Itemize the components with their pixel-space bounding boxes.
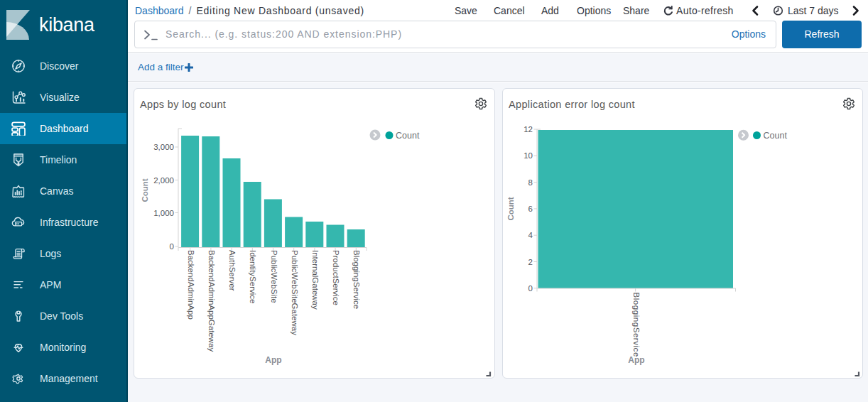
svg-text:Count: Count — [506, 197, 515, 220]
svg-text:3,000: 3,000 — [153, 143, 174, 151]
svg-text:12: 12 — [523, 125, 533, 134]
svg-text:2,000: 2,000 — [153, 176, 174, 185]
svg-text:BloggingService: BloggingService — [352, 250, 361, 309]
svg-text:ProductService: ProductService — [332, 250, 340, 305]
svg-text:Count: Count — [396, 131, 420, 141]
svg-text:0: 0 — [170, 242, 174, 251]
svg-text:BackendAdminAppGateway: BackendAdminAppGateway — [207, 250, 216, 352]
svg-text:BackendAdminApp: BackendAdminApp — [187, 250, 195, 320]
svg-text:App: App — [265, 355, 281, 365]
svg-text:PublicWebSiteGateway: PublicWebSiteGateway — [291, 250, 299, 335]
svg-text:0: 0 — [528, 284, 533, 293]
svg-text:8: 8 — [528, 178, 533, 187]
svg-text:2: 2 — [528, 258, 533, 266]
svg-text:App: App — [628, 355, 644, 365]
svg-text:AuthServer: AuthServer — [228, 250, 237, 291]
svg-text:PublicWebSite: PublicWebSite — [270, 250, 278, 303]
svg-text:Count: Count — [764, 131, 788, 141]
svg-text:Count: Count — [141, 178, 149, 202]
svg-text:10: 10 — [523, 151, 533, 160]
svg-text:IdentityService: IdentityService — [249, 250, 257, 303]
svg-text:1,000: 1,000 — [153, 209, 174, 217]
svg-text:4: 4 — [528, 231, 533, 239]
svg-text:6: 6 — [528, 205, 533, 213]
svg-text:BloggingService: BloggingService — [632, 293, 641, 357]
svg-text:InternalGateway: InternalGateway — [311, 250, 320, 310]
